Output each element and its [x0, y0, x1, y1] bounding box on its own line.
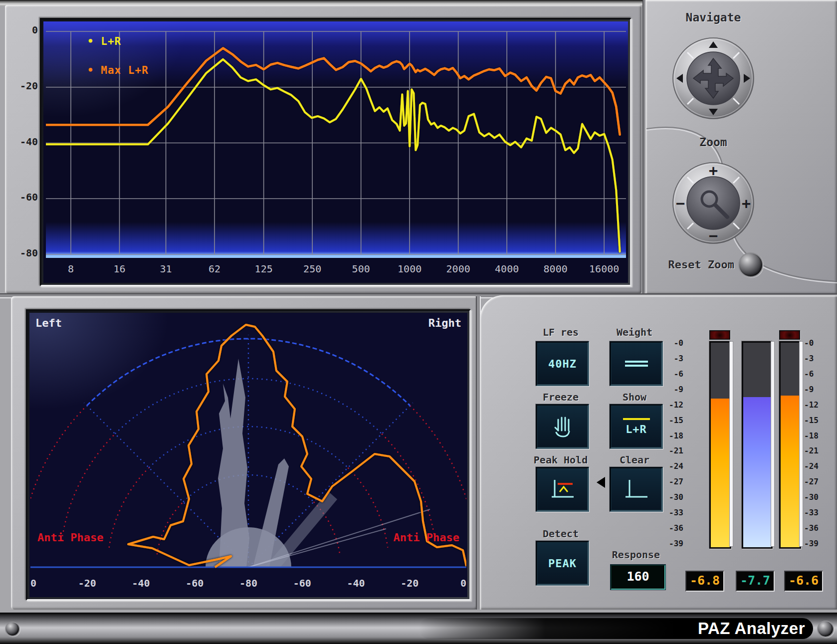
polar-red-arc [109, 468, 149, 548]
plugin-title: PAZ Analyzer [698, 619, 805, 638]
meter-scale-label-right: -33 [804, 508, 819, 517]
meter-fill-mid [743, 397, 771, 547]
meter-scale-label-right: -9 [804, 385, 814, 394]
meter-scale-label-left: -33 [661, 508, 683, 517]
zoom-in-right-icon[interactable]: + [742, 195, 751, 212]
polar-red-arc [62, 434, 115, 541]
x-tick-label: 62 [195, 263, 234, 275]
polar-display[interactable] [30, 314, 466, 596]
legend-max-lr: • Max L+R [87, 64, 149, 76]
meter-scale-label-left: -3 [661, 354, 683, 363]
meter-fill-left [711, 399, 730, 547]
reset-zoom-button[interactable] [738, 252, 763, 277]
legend-max-lr-label: Max L+R [101, 64, 149, 76]
polar-tick-label: -20 [390, 577, 429, 589]
meter-white-strip [799, 341, 803, 547]
bottom-right-sphere-icon[interactable] [817, 621, 834, 638]
meter-scale-label-left: -9 [661, 385, 683, 394]
meter-scale-label-left: -27 [661, 477, 683, 486]
meter-scale-label-left: -18 [661, 431, 683, 440]
meter-readout: -6.6 [784, 571, 823, 592]
meter-readout: -7.7 [736, 571, 775, 592]
meter-scale-label-right: -18 [804, 431, 819, 440]
meter-scale-label-right: -27 [804, 477, 819, 486]
meter-scale-label-right: -15 [804, 416, 819, 425]
meter-scale-label-right: -24 [804, 462, 819, 471]
polar-red-arc [382, 434, 435, 541]
meters-zone: -0-0-3-3-6-6-9-9-12-12-15-15-18-18-21-21… [480, 295, 837, 610]
x-tick-label: 8000 [536, 263, 576, 275]
zoom-in-top-icon[interactable]: + [709, 162, 718, 179]
polar-tick-label: -40 [336, 577, 376, 589]
y-tick-label: -60 [12, 191, 38, 203]
meter-scale-label-left: -39 [661, 539, 683, 548]
polar-screen-frame: Left Right Anti Phase Anti Phase 0-20-40… [26, 309, 471, 601]
x-tick-label: 8 [51, 263, 91, 275]
meter-scale-label-right: -21 [804, 446, 819, 455]
navigate-label: Navigate [663, 11, 763, 24]
title-pill: PAZ Analyzer [419, 618, 813, 639]
anti-phase-left-label: Anti Phase [37, 531, 103, 544]
spectrum-plot[interactable] [46, 23, 626, 258]
navigate-zoom-panel: Navigate [645, 0, 837, 294]
legend-max-lr-bullet: • [87, 64, 101, 76]
meter-scale-label-left: -24 [661, 462, 683, 471]
polar-red-arc [410, 406, 466, 535]
clip-indicator-lamp [779, 330, 800, 340]
navigate-pad[interactable] [671, 36, 756, 121]
polar-red-arc [30, 406, 87, 535]
x-tick-label: 4000 [487, 263, 527, 275]
zoom-pad[interactable]: + + − − [671, 161, 756, 245]
polar-screen[interactable]: Left Right Anti Phase Anti Phase 0-20-40… [29, 313, 467, 597]
meter-scale-label-left: -30 [661, 493, 683, 502]
meter-fill-right [781, 396, 800, 547]
meter-scale-label-left: -6 [661, 370, 683, 379]
bottom-left-sphere-icon[interactable] [5, 622, 20, 637]
y-tick-label: 0 [12, 24, 38, 36]
clip-indicator-lamp [709, 330, 730, 340]
polar-tick-label: -20 [67, 577, 107, 589]
polar-x-ticks: 0-20-40-60-80-60-40-200 [30, 576, 466, 593]
meter-scale-label-left: -0 [661, 339, 683, 348]
bottom-title-bar: PAZ Analyzer [0, 613, 837, 644]
polar-tick-label: 0 [443, 577, 467, 589]
zoom-out-bottom-icon[interactable]: − [709, 227, 718, 244]
polar-tick-label: 0 [29, 577, 53, 589]
gray-wedge [218, 359, 249, 567]
meter-scale-label-right: -39 [804, 539, 819, 548]
meter-scale-label-right: -30 [804, 493, 819, 502]
controls-panel: LF res Weight 40HZ Freeze Show L+R Peak … [480, 295, 837, 610]
meter-readout: -6.8 [685, 571, 724, 592]
legend-lr-label: L+R [101, 35, 121, 47]
meter-scale-label-left: -36 [661, 524, 683, 533]
x-tick-label: 31 [146, 263, 186, 275]
x-tick-label: 2000 [438, 263, 478, 275]
reset-zoom-label: Reset Zoom [655, 258, 734, 271]
x-tick-label: 500 [341, 263, 381, 275]
meter-scale-label-right: -0 [804, 339, 814, 348]
x-tick-label: 16 [100, 263, 140, 275]
level-meter-mid [742, 341, 773, 549]
spectrum-screen[interactable]: 8163162125250500100020004000800016000 • … [43, 21, 628, 283]
meter-white-strip [771, 341, 775, 547]
anti-phase-right-label: Anti Phase [394, 531, 459, 544]
y-tick-label: -40 [12, 136, 38, 148]
meter-scale-label-right: -36 [804, 524, 819, 533]
polar-tick-label: -60 [175, 577, 214, 589]
meter-scale-label-right: -3 [804, 354, 814, 363]
polar-tick-label: -40 [121, 577, 161, 589]
y-tick-label: -80 [12, 247, 38, 259]
polar-tick-label: -80 [228, 577, 268, 589]
polar-blue-arc [149, 427, 348, 468]
zoom-out-left-icon[interactable]: − [676, 195, 685, 212]
meter-scale-label-right: -6 [804, 370, 814, 379]
paz-analyzer-window: 8163162125250500100020004000800016000 • … [0, 0, 837, 644]
level-meter-right [779, 341, 801, 549]
spectrum-screen-frame: 8163162125250500100020004000800016000 • … [40, 18, 631, 286]
y-tick-label: -20 [12, 80, 38, 92]
polar-tick-label: -60 [282, 577, 322, 589]
meter-scale-label-left: -12 [661, 401, 683, 410]
legend-lr-bullet: • [87, 35, 101, 47]
x-tick-label: 125 [244, 263, 284, 275]
x-tick-label: 16000 [584, 263, 624, 275]
